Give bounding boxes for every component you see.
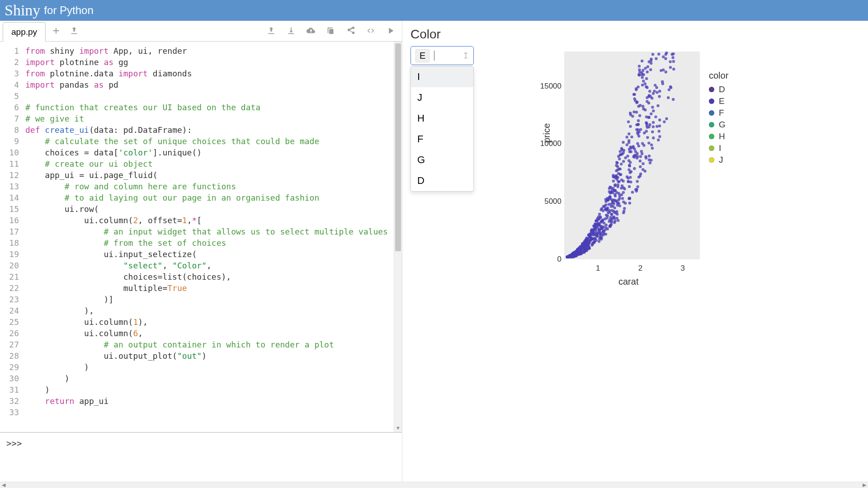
svg-point-343 bbox=[637, 185, 639, 188]
y-tick: 15000 bbox=[540, 82, 561, 91]
play-icon[interactable] bbox=[386, 26, 396, 38]
svg-point-242 bbox=[627, 120, 630, 123]
console-prompt: >>> bbox=[6, 438, 22, 448]
horizontal-scrollbar[interactable]: ◀ ▶ bbox=[0, 482, 868, 488]
svg-point-511 bbox=[620, 147, 623, 150]
add-icon[interactable] bbox=[51, 26, 61, 38]
svg-point-664 bbox=[586, 241, 589, 244]
selectize-option[interactable]: H bbox=[411, 108, 473, 129]
svg-point-166 bbox=[646, 96, 648, 99]
svg-point-264 bbox=[662, 56, 665, 58]
vertical-scrollbar[interactable]: ▲ ▼ bbox=[394, 42, 402, 432]
scroll-down-arrow[interactable]: ▼ bbox=[394, 424, 402, 432]
upload-file-icon[interactable] bbox=[266, 26, 276, 38]
copy-icon[interactable] bbox=[326, 26, 336, 38]
color-selectize[interactable]: E 𝙸 IJHFGD bbox=[410, 46, 474, 65]
svg-point-676 bbox=[627, 141, 630, 144]
svg-point-614 bbox=[587, 234, 590, 236]
svg-point-403 bbox=[637, 105, 640, 108]
legend-item: E bbox=[709, 96, 728, 106]
svg-point-508 bbox=[637, 119, 640, 122]
svg-point-431 bbox=[641, 60, 643, 62]
cloud-download-icon[interactable] bbox=[306, 26, 316, 38]
svg-point-320 bbox=[624, 156, 627, 159]
svg-point-310 bbox=[628, 185, 631, 188]
selectize-option[interactable]: D bbox=[411, 170, 473, 191]
upload-icon[interactable] bbox=[69, 26, 79, 38]
svg-point-684 bbox=[576, 248, 579, 251]
scroll-thumb[interactable] bbox=[395, 43, 401, 251]
svg-point-360 bbox=[637, 85, 639, 88]
svg-point-412 bbox=[633, 98, 636, 100]
svg-point-617 bbox=[648, 90, 651, 93]
svg-point-559 bbox=[656, 104, 659, 107]
code-content[interactable]: from shiny import App, ui, render import… bbox=[23, 42, 394, 432]
svg-point-674 bbox=[580, 249, 583, 251]
legend-item: D bbox=[709, 84, 728, 94]
svg-point-638 bbox=[672, 98, 675, 101]
selectize-input[interactable]: E 𝙸 bbox=[410, 46, 474, 65]
console-pane[interactable]: >>> bbox=[0, 432, 402, 482]
y-tick: 10000 bbox=[540, 139, 561, 148]
svg-point-400 bbox=[650, 144, 653, 146]
selectize-option[interactable]: I bbox=[411, 66, 473, 87]
x-tick: 1 bbox=[596, 264, 600, 273]
code-icon[interactable] bbox=[366, 26, 376, 38]
svg-point-672 bbox=[613, 183, 616, 186]
svg-point-9 bbox=[623, 207, 626, 210]
svg-point-705 bbox=[662, 69, 665, 71]
svg-point-363 bbox=[651, 106, 654, 108]
svg-point-620 bbox=[615, 174, 618, 177]
svg-point-707 bbox=[597, 223, 600, 226]
selectize-option[interactable]: J bbox=[411, 87, 473, 108]
svg-point-481 bbox=[665, 117, 668, 120]
svg-point-321 bbox=[618, 197, 621, 200]
scroll-left-arrow[interactable]: ◀ bbox=[0, 482, 7, 488]
svg-point-671 bbox=[639, 165, 642, 168]
svg-point-658 bbox=[615, 210, 618, 213]
legend-title: color bbox=[709, 70, 728, 81]
selectize-option[interactable]: F bbox=[411, 129, 473, 150]
svg-point-236 bbox=[620, 193, 623, 196]
svg-point-528 bbox=[629, 125, 632, 128]
svg-point-270 bbox=[649, 68, 652, 71]
svg-point-444 bbox=[672, 68, 675, 70]
svg-point-299 bbox=[672, 52, 675, 55]
selectize-dropdown[interactable]: IJHFGD bbox=[410, 66, 474, 192]
svg-point-18 bbox=[622, 141, 624, 144]
svg-point-706 bbox=[569, 255, 572, 258]
svg-point-452 bbox=[612, 174, 614, 177]
svg-point-646 bbox=[614, 199, 617, 202]
y-tick: 0 bbox=[557, 255, 561, 264]
svg-point-538 bbox=[637, 123, 640, 126]
svg-point-377 bbox=[630, 150, 632, 153]
svg-point-461 bbox=[622, 186, 625, 189]
svg-point-682 bbox=[619, 173, 622, 176]
scroll-right-arrow[interactable]: ▶ bbox=[861, 482, 868, 488]
svg-point-626 bbox=[642, 144, 645, 147]
code-editor[interactable]: 1234567891011121314151617181920212223242… bbox=[0, 42, 402, 432]
svg-point-669 bbox=[652, 136, 655, 139]
svg-point-627 bbox=[591, 237, 594, 240]
svg-point-694 bbox=[613, 217, 616, 220]
plot-area: price carat 050001000015000 123 color DE… bbox=[474, 46, 860, 269]
svg-point-375 bbox=[644, 67, 646, 70]
selectize-option[interactable]: G bbox=[411, 150, 473, 170]
svg-point-189 bbox=[642, 162, 644, 165]
svg-point-515 bbox=[622, 201, 625, 203]
svg-point-309 bbox=[617, 185, 619, 188]
svg-point-271 bbox=[627, 159, 630, 162]
selectize-chip[interactable]: E bbox=[415, 49, 429, 62]
download-icon[interactable] bbox=[286, 26, 296, 38]
svg-point-247 bbox=[658, 95, 660, 98]
tab-app-py[interactable]: app.py bbox=[3, 22, 46, 42]
share-icon[interactable] bbox=[346, 26, 356, 38]
svg-point-99 bbox=[636, 180, 639, 183]
svg-point-485 bbox=[648, 116, 651, 119]
legend-item: G bbox=[709, 120, 728, 130]
svg-point-438 bbox=[649, 95, 652, 98]
svg-point-688 bbox=[637, 73, 640, 76]
svg-point-690 bbox=[600, 220, 603, 223]
svg-point-114 bbox=[651, 131, 654, 133]
svg-point-696 bbox=[646, 70, 649, 73]
